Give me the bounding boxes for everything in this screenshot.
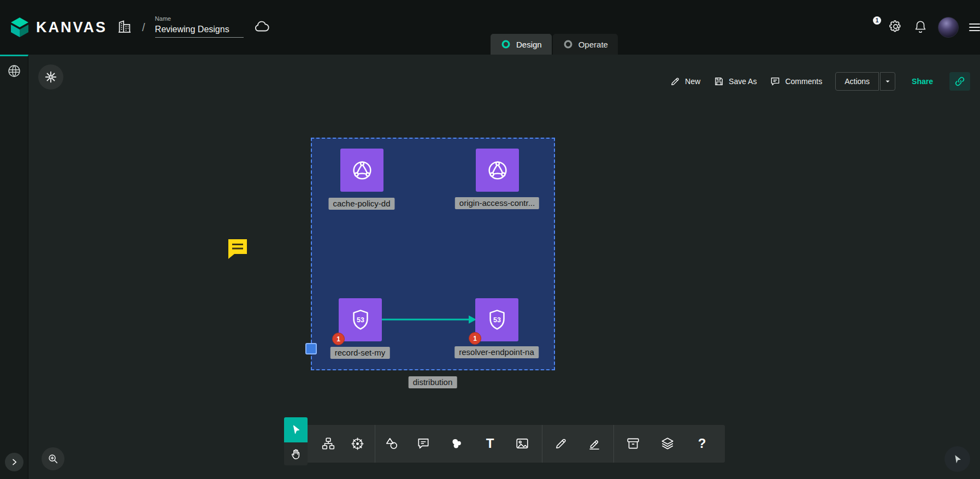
actions-button[interactable]: Actions	[835, 72, 879, 91]
comment-bubble-icon	[226, 238, 249, 260]
tool-flowchart[interactable]	[317, 431, 339, 456]
help-glyph: ?	[698, 436, 706, 451]
save-as-label: Save As	[729, 77, 757, 86]
layers-icon	[660, 436, 675, 451]
organization-button[interactable]	[117, 19, 132, 36]
tool-pencil[interactable]	[550, 431, 572, 456]
tool-media[interactable]	[511, 431, 533, 456]
tab-operate-label: Operate	[578, 40, 608, 49]
design-canvas[interactable]: New Save As Comments Actions	[28, 55, 980, 479]
cloudfront-globe-icon	[350, 158, 375, 183]
tool-layers[interactable]	[657, 431, 678, 456]
cloud-account-button[interactable]: 1	[861, 19, 878, 36]
settings-button[interactable]	[888, 19, 903, 36]
cursor-icon	[290, 424, 302, 436]
gear-icon	[888, 19, 903, 34]
tool-select[interactable]	[284, 417, 308, 442]
share-button[interactable]: Share	[908, 73, 936, 90]
tool-text[interactable]: T	[479, 431, 501, 456]
comments-label: Comments	[785, 77, 822, 86]
kubernetes-wheel-icon	[350, 436, 365, 451]
tool-help[interactable]: ?	[691, 431, 713, 456]
hand-icon	[290, 447, 303, 460]
kanvas-logo-icon	[9, 16, 31, 38]
design-name-input[interactable]	[155, 23, 244, 38]
node-cache-policy[interactable]	[340, 149, 383, 192]
tool-pan[interactable]	[284, 442, 308, 465]
copy-link-button[interactable]	[949, 72, 970, 91]
design-name-field: Name	[155, 15, 244, 38]
error-badge-resolver-endpoint[interactable]: 1	[469, 332, 481, 345]
flowchart-icon	[321, 436, 335, 451]
operate-mode-icon	[563, 39, 574, 50]
node-label-cache-policy: cache-policy-dd	[328, 198, 394, 210]
tab-operate[interactable]: Operate	[553, 34, 618, 55]
account-count-badge: 1	[873, 16, 881, 25]
comment-marker[interactable]	[226, 238, 249, 260]
tool-comment[interactable]	[412, 431, 434, 456]
toolbar-divider	[375, 425, 375, 463]
image-icon	[515, 436, 529, 451]
new-button[interactable]: New	[670, 76, 700, 87]
ai-assist-button[interactable]	[38, 64, 63, 90]
navigation-cursor-icon	[952, 453, 964, 465]
bell-icon	[913, 20, 928, 34]
tool-sticker[interactable]	[446, 431, 468, 456]
node-record-set[interactable]: 53	[339, 298, 382, 341]
save-as-button[interactable]: Save As	[713, 76, 757, 87]
design-mode-icon	[500, 39, 511, 50]
route53-glyph: 53	[357, 316, 364, 323]
pen-edit-icon	[587, 436, 601, 451]
chevron-right-icon	[10, 458, 19, 466]
sidebar-designs-button[interactable]	[5, 63, 23, 80]
shapes-icon	[385, 436, 399, 451]
tool-kubernetes[interactable]	[346, 431, 368, 456]
route53-shield-icon: 53	[485, 307, 510, 333]
building-icon	[117, 19, 132, 34]
tool-archive[interactable]	[622, 431, 644, 456]
menu-button[interactable]	[969, 23, 980, 31]
comment-tool-icon	[416, 436, 430, 451]
tool-shapes[interactable]	[381, 431, 403, 456]
notifications-button[interactable]	[913, 20, 928, 36]
cloud-sync-button[interactable]	[253, 19, 270, 37]
node-label-record-set: record-set-my	[330, 347, 390, 359]
node-label-resolver-endpoint: resolver-endpoint-na	[454, 346, 539, 358]
node-origin-access-control[interactable]	[476, 149, 519, 192]
toolbar-divider	[613, 425, 614, 463]
user-avatar[interactable]	[938, 17, 959, 38]
tab-design[interactable]: Design	[491, 34, 552, 55]
comments-button[interactable]: Comments	[770, 76, 822, 87]
save-icon	[713, 76, 724, 87]
new-label: New	[685, 77, 700, 86]
pointer-fab-button[interactable]	[944, 446, 970, 472]
pencil-tool-icon	[554, 436, 568, 451]
route53-glyph: 53	[493, 316, 501, 323]
cloud-icon	[253, 19, 270, 35]
app-title: KANVAS	[36, 19, 107, 36]
pointer-tool-group	[284, 417, 308, 465]
tool-pen[interactable]	[583, 431, 605, 456]
sphere-icon	[7, 63, 22, 79]
sidebar-expand-button[interactable]	[5, 453, 23, 471]
archive-drawer-icon	[626, 436, 640, 451]
route53-shield-icon: 53	[348, 307, 373, 333]
actions-dropdown-button[interactable]	[880, 72, 895, 91]
node-resolver-endpoint[interactable]: 53	[475, 298, 518, 341]
sticker-blob-icon	[450, 436, 464, 451]
selection-bounding-box[interactable]: 53 53 cache-policy-dd origin-access-cont…	[311, 138, 555, 370]
left-sidebar	[0, 55, 28, 479]
selection-handle[interactable]	[305, 343, 317, 354]
zoom-in-icon	[47, 453, 59, 465]
app-header: KANVAS / Name	[0, 0, 980, 55]
toolbar-divider	[542, 425, 542, 463]
text-tool-glyph: T	[486, 436, 494, 451]
breadcrumb-separator: /	[142, 21, 145, 34]
cloudfront-globe-icon	[485, 158, 510, 183]
toolbar-surface: T	[284, 425, 725, 463]
zoom-button[interactable]	[42, 447, 64, 470]
node-label-origin-access-control: origin-access-contr...	[455, 197, 539, 209]
group-label-distribution[interactable]: distribution	[409, 376, 457, 388]
kanvas-logo[interactable]: KANVAS	[9, 16, 107, 38]
error-badge-record-set[interactable]: 1	[332, 333, 345, 345]
